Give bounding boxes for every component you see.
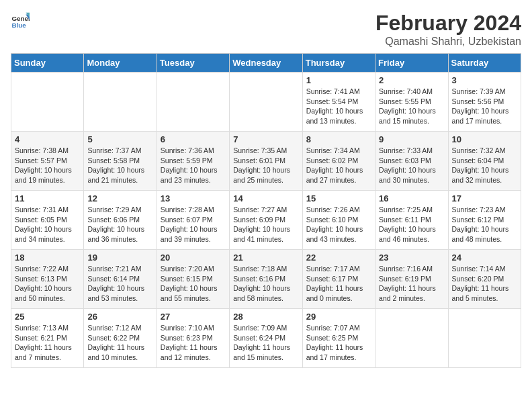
day-number: 17: [452, 193, 517, 203]
calendar-cell: [11, 73, 84, 132]
day-number: 14: [233, 193, 298, 203]
calendar-cell: 8Sunrise: 7:34 AM Sunset: 6:02 PM Daylig…: [302, 132, 375, 191]
calendar-cell: 19Sunrise: 7:21 AM Sunset: 6:14 PM Dayli…: [84, 250, 157, 309]
day-number: 25: [15, 312, 80, 322]
day-info: Sunrise: 7:32 AM Sunset: 6:04 PM Dayligh…: [452, 146, 517, 185]
day-number: 2: [379, 75, 444, 85]
main-title: February 2024: [375, 11, 521, 36]
calendar-cell: 11Sunrise: 7:31 AM Sunset: 6:05 PM Dayli…: [11, 191, 84, 250]
logo: General Blue: [11, 11, 30, 30]
day-header-thursday: Thursday: [302, 54, 375, 73]
day-info: Sunrise: 7:35 AM Sunset: 6:01 PM Dayligh…: [233, 146, 298, 185]
day-header-wednesday: Wednesday: [230, 54, 302, 73]
calendar-cell: 28Sunrise: 7:09 AM Sunset: 6:24 PM Dayli…: [230, 309, 302, 368]
day-info: Sunrise: 7:12 AM Sunset: 6:22 PM Dayligh…: [87, 323, 152, 363]
day-number: 10: [452, 134, 517, 144]
calendar-cell: 27Sunrise: 7:10 AM Sunset: 6:23 PM Dayli…: [157, 309, 229, 368]
day-number: 21: [233, 253, 298, 263]
day-number: 5: [87, 134, 152, 144]
calendar-cell: 23Sunrise: 7:16 AM Sunset: 6:19 PM Dayli…: [375, 250, 448, 309]
calendar-cell: [448, 309, 521, 368]
calendar-cell: 29Sunrise: 7:07 AM Sunset: 6:25 PM Dayli…: [302, 309, 375, 368]
day-number: 28: [233, 312, 298, 322]
day-number: 4: [15, 134, 80, 144]
calendar-cell: [84, 73, 157, 132]
calendar-table: SundayMondayTuesdayWednesdayThursdayFrid…: [11, 53, 521, 368]
day-info: Sunrise: 7:13 AM Sunset: 6:21 PM Dayligh…: [15, 323, 80, 363]
calendar-cell: 7Sunrise: 7:35 AM Sunset: 6:01 PM Daylig…: [230, 132, 302, 191]
day-info: Sunrise: 7:37 AM Sunset: 5:58 PM Dayligh…: [87, 146, 152, 185]
day-number: 9: [379, 134, 444, 144]
day-info: Sunrise: 7:31 AM Sunset: 6:05 PM Dayligh…: [15, 205, 80, 244]
day-info: Sunrise: 7:27 AM Sunset: 6:09 PM Dayligh…: [233, 205, 298, 244]
day-header-friday: Friday: [375, 54, 448, 73]
calendar-body: 1Sunrise: 7:41 AM Sunset: 5:54 PM Daylig…: [11, 73, 521, 368]
day-info: Sunrise: 7:10 AM Sunset: 6:23 PM Dayligh…: [161, 323, 226, 363]
calendar-cell: 22Sunrise: 7:17 AM Sunset: 6:17 PM Dayli…: [302, 250, 375, 309]
day-info: Sunrise: 7:34 AM Sunset: 6:02 PM Dayligh…: [306, 146, 371, 185]
day-info: Sunrise: 7:18 AM Sunset: 6:16 PM Dayligh…: [233, 264, 298, 304]
day-info: Sunrise: 7:09 AM Sunset: 6:24 PM Dayligh…: [233, 323, 298, 363]
calendar-week-row: 1Sunrise: 7:41 AM Sunset: 5:54 PM Daylig…: [11, 73, 521, 132]
day-info: Sunrise: 7:40 AM Sunset: 5:55 PM Dayligh…: [379, 87, 444, 126]
calendar-week-row: 25Sunrise: 7:13 AM Sunset: 6:21 PM Dayli…: [11, 309, 521, 368]
day-number: 8: [306, 134, 371, 144]
day-number: 29: [306, 312, 371, 322]
day-info: Sunrise: 7:33 AM Sunset: 6:03 PM Dayligh…: [379, 146, 444, 185]
day-info: Sunrise: 7:23 AM Sunset: 6:12 PM Dayligh…: [452, 205, 517, 244]
day-number: 26: [87, 312, 152, 322]
calendar-cell: 13Sunrise: 7:28 AM Sunset: 6:07 PM Dayli…: [157, 191, 229, 250]
day-info: Sunrise: 7:36 AM Sunset: 5:59 PM Dayligh…: [161, 146, 226, 185]
calendar-cell: 15Sunrise: 7:26 AM Sunset: 6:10 PM Dayli…: [302, 191, 375, 250]
day-info: Sunrise: 7:28 AM Sunset: 6:07 PM Dayligh…: [161, 205, 226, 244]
calendar-cell: 16Sunrise: 7:25 AM Sunset: 6:11 PM Dayli…: [375, 191, 448, 250]
calendar-cell: 3Sunrise: 7:39 AM Sunset: 5:56 PM Daylig…: [448, 73, 521, 132]
calendar-cell: 25Sunrise: 7:13 AM Sunset: 6:21 PM Dayli…: [11, 309, 84, 368]
svg-text:Blue: Blue: [11, 21, 26, 29]
day-number: 1: [306, 75, 371, 85]
day-number: 7: [233, 134, 298, 144]
calendar-cell: 6Sunrise: 7:36 AM Sunset: 5:59 PM Daylig…: [157, 132, 229, 191]
calendar-cell: 14Sunrise: 7:27 AM Sunset: 6:09 PM Dayli…: [230, 191, 302, 250]
day-header-sunday: Sunday: [11, 54, 84, 73]
calendar-cell: 12Sunrise: 7:29 AM Sunset: 6:06 PM Dayli…: [84, 191, 157, 250]
day-header-monday: Monday: [84, 54, 157, 73]
calendar-cell: 2Sunrise: 7:40 AM Sunset: 5:55 PM Daylig…: [375, 73, 448, 132]
day-info: Sunrise: 7:21 AM Sunset: 6:14 PM Dayligh…: [87, 264, 152, 304]
day-number: 24: [452, 253, 517, 263]
calendar-cell: 26Sunrise: 7:12 AM Sunset: 6:22 PM Dayli…: [84, 309, 157, 368]
day-info: Sunrise: 7:20 AM Sunset: 6:15 PM Dayligh…: [161, 264, 226, 304]
day-number: 22: [306, 253, 371, 263]
calendar-cell: 1Sunrise: 7:41 AM Sunset: 5:54 PM Daylig…: [302, 73, 375, 132]
day-info: Sunrise: 7:41 AM Sunset: 5:54 PM Dayligh…: [306, 87, 371, 126]
day-number: 27: [161, 312, 226, 322]
day-number: 23: [379, 253, 444, 263]
day-info: Sunrise: 7:29 AM Sunset: 6:06 PM Dayligh…: [87, 205, 152, 244]
day-number: 20: [161, 253, 226, 263]
title-area: February 2024 Qamashi Shahri, Uzbekistan: [375, 11, 521, 48]
calendar-cell: 20Sunrise: 7:20 AM Sunset: 6:15 PM Dayli…: [157, 250, 229, 309]
day-info: Sunrise: 7:14 AM Sunset: 6:20 PM Dayligh…: [452, 264, 517, 304]
day-header-saturday: Saturday: [448, 54, 521, 73]
calendar-cell: 10Sunrise: 7:32 AM Sunset: 6:04 PM Dayli…: [448, 132, 521, 191]
day-info: Sunrise: 7:22 AM Sunset: 6:13 PM Dayligh…: [15, 264, 80, 304]
day-number: 13: [161, 193, 226, 203]
calendar-header-row: SundayMondayTuesdayWednesdayThursdayFrid…: [11, 54, 521, 73]
calendar-week-row: 4Sunrise: 7:38 AM Sunset: 5:57 PM Daylig…: [11, 132, 521, 191]
calendar-cell: 21Sunrise: 7:18 AM Sunset: 6:16 PM Dayli…: [230, 250, 302, 309]
day-info: Sunrise: 7:16 AM Sunset: 6:19 PM Dayligh…: [379, 264, 444, 304]
logo-icon: General Blue: [11, 11, 30, 30]
day-info: Sunrise: 7:39 AM Sunset: 5:56 PM Dayligh…: [452, 87, 517, 126]
day-number: 18: [15, 253, 80, 263]
calendar-cell: 5Sunrise: 7:37 AM Sunset: 5:58 PM Daylig…: [84, 132, 157, 191]
subtitle: Qamashi Shahri, Uzbekistan: [375, 36, 521, 48]
calendar-cell: [375, 309, 448, 368]
day-info: Sunrise: 7:25 AM Sunset: 6:11 PM Dayligh…: [379, 205, 444, 244]
day-info: Sunrise: 7:17 AM Sunset: 6:17 PM Dayligh…: [306, 264, 371, 304]
calendar-cell: 4Sunrise: 7:38 AM Sunset: 5:57 PM Daylig…: [11, 132, 84, 191]
day-info: Sunrise: 7:07 AM Sunset: 6:25 PM Dayligh…: [306, 323, 371, 363]
calendar-cell: 9Sunrise: 7:33 AM Sunset: 6:03 PM Daylig…: [375, 132, 448, 191]
day-number: 19: [87, 253, 152, 263]
day-number: 3: [452, 75, 517, 85]
day-number: 15: [306, 193, 371, 203]
